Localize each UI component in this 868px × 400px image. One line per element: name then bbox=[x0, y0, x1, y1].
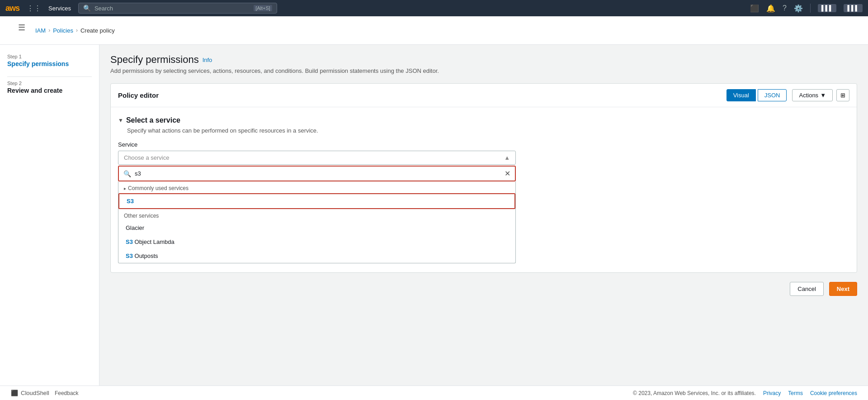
policy-editor-title: Policy editor bbox=[118, 91, 159, 99]
json-button[interactable]: JSON bbox=[758, 89, 787, 101]
service-item-s3-object-lambda[interactable]: S3 Object Lambda bbox=[118, 235, 515, 249]
help-icon[interactable]: ? bbox=[783, 4, 787, 12]
service-dropdown-container: Choose a service ▲ 🔍 ✕ bbox=[118, 151, 516, 263]
user-account[interactable]: ▌▌▌ bbox=[818, 4, 837, 12]
actions-button[interactable]: Actions ▼ bbox=[792, 89, 833, 101]
search-clear-icon[interactable]: ✕ bbox=[505, 169, 510, 178]
nav-divider bbox=[810, 4, 811, 13]
steps-panel: Step 1 Specify permissions Step 2 Review… bbox=[0, 45, 99, 386]
step-1-label: Step 1 bbox=[7, 54, 92, 59]
service-search-icon: 🔍 bbox=[123, 170, 131, 177]
chevron-down-icon: ▼ bbox=[820, 92, 826, 99]
service-dropdown-trigger[interactable]: Choose a service ▲ bbox=[118, 151, 516, 165]
service-search-box: 🔍 ✕ bbox=[118, 166, 516, 181]
step-1: Step 1 Specify permissions bbox=[7, 54, 92, 67]
section-header: ▼ Select a service bbox=[118, 116, 849, 124]
breadcrumb-sep2: › bbox=[76, 27, 78, 33]
service-item-glacier[interactable]: Glacier bbox=[118, 221, 515, 235]
nav-right: ⬛ 🔔 ? ⚙️ ▌▌▌ ▌▌▌ bbox=[750, 4, 863, 13]
s3-prefix-2: S3 bbox=[126, 252, 133, 259]
grid-icon[interactable]: ⋮⋮ bbox=[27, 4, 41, 13]
search-icon: 🔍 bbox=[83, 5, 91, 12]
breadcrumb-current: Create policy bbox=[80, 27, 115, 34]
breadcrumb: ☰ IAM › Policies › Create policy bbox=[0, 16, 868, 45]
top-nav: aws ⋮⋮ Services 🔍 [Alt+S] ⬛ 🔔 ? ⚙️ ▌▌▌ ▌… bbox=[0, 0, 868, 16]
service-section: ▼ Select a service Specify what actions … bbox=[111, 107, 857, 272]
step-2-label: Step 2 bbox=[7, 81, 92, 86]
steps-divider bbox=[7, 76, 92, 77]
policy-editor-card: Policy editor Visual JSON Actions ▼ ⊞ bbox=[110, 83, 857, 273]
cloudshell-button[interactable]: ⬛ CloudShell bbox=[11, 390, 49, 396]
cancel-button[interactable]: Cancel bbox=[790, 282, 823, 296]
terminal-icon[interactable]: ⬛ bbox=[750, 4, 759, 13]
terminal-footer-icon: ⬛ bbox=[11, 390, 18, 396]
search-input[interactable] bbox=[94, 5, 250, 12]
global-search[interactable]: 🔍 [Alt+S] bbox=[78, 3, 277, 14]
section-collapse-icon[interactable]: ▼ bbox=[118, 117, 123, 124]
object-lambda-label: Object Lambda bbox=[133, 238, 175, 245]
breadcrumb-policies[interactable]: Policies bbox=[53, 27, 73, 34]
layout-icon: ⊞ bbox=[840, 92, 845, 99]
service-selector-wrapper: 10 11 bbox=[118, 151, 849, 263]
service-dropdown-list: ▸ Commonly used services S3 Other servic… bbox=[118, 181, 516, 263]
bell-icon[interactable]: 🔔 bbox=[766, 4, 775, 13]
service-placeholder: Choose a service bbox=[124, 154, 169, 161]
category-other: Other services bbox=[118, 209, 515, 221]
page-title: Specify permissions Info bbox=[110, 54, 857, 66]
footer-right: © 2023, Amazon Web Services, Inc. or its… bbox=[633, 390, 857, 396]
main-panel: Specify permissions Info Add permissions… bbox=[99, 45, 868, 386]
next-button[interactable]: Next bbox=[829, 282, 857, 296]
info-link[interactable]: Info bbox=[203, 57, 212, 63]
service-search-input[interactable] bbox=[135, 170, 501, 177]
settings-icon[interactable]: ⚙️ bbox=[794, 4, 803, 13]
privacy-link[interactable]: Privacy bbox=[763, 390, 781, 396]
copyright-text: © 2023, Amazon Web Services, Inc. or its… bbox=[633, 390, 756, 396]
cookie-link[interactable]: Cookie preferences bbox=[810, 390, 857, 396]
s3-label: S3 bbox=[127, 198, 134, 205]
outposts-label: Outposts bbox=[133, 252, 158, 259]
search-shortcut: [Alt+S] bbox=[254, 5, 272, 11]
step-2-title: Review and create bbox=[7, 87, 92, 94]
category-commonly-used: ▸ Commonly used services bbox=[118, 181, 515, 193]
feedback-link[interactable]: Feedback bbox=[55, 390, 79, 396]
aws-logo[interactable]: aws bbox=[5, 4, 19, 13]
glacier-label: Glacier bbox=[126, 224, 144, 231]
dropdown-arrow-icon: ▲ bbox=[504, 154, 510, 161]
footer-left: ⬛ CloudShell Feedback bbox=[11, 390, 79, 396]
s3-prefix-1: S3 bbox=[126, 238, 133, 245]
footer: ⬛ CloudShell Feedback © 2023, Amazon Web… bbox=[0, 386, 868, 400]
section-title: Select a service bbox=[126, 116, 180, 124]
terms-link[interactable]: Terms bbox=[788, 390, 803, 396]
category-triangle-1: ▸ bbox=[124, 186, 126, 191]
aws-logo-text: aws bbox=[5, 4, 19, 13]
policy-editor-header: Policy editor Visual JSON Actions ▼ ⊞ bbox=[111, 84, 857, 107]
editor-controls: Visual JSON Actions ▼ ⊞ bbox=[726, 89, 849, 101]
services-label[interactable]: Services bbox=[48, 5, 71, 12]
layout-button[interactable]: ⊞ bbox=[836, 89, 849, 101]
breadcrumb-iam[interactable]: IAM bbox=[35, 27, 46, 34]
inline-actions: Cancel Next bbox=[110, 282, 857, 296]
step-1-title: Specify permissions bbox=[7, 60, 92, 67]
step-2: Step 2 Review and create bbox=[7, 81, 92, 94]
sidebar-toggle[interactable]: ☰ bbox=[11, 21, 33, 40]
service-item-s3[interactable]: S3 bbox=[118, 193, 515, 209]
page-description: Add permissions by selecting services, a… bbox=[110, 67, 857, 74]
section-description: Specify what actions can be performed on… bbox=[127, 127, 849, 134]
breadcrumb-sep1: › bbox=[48, 27, 50, 33]
region-selector[interactable]: ▌▌▌ bbox=[844, 4, 863, 12]
visual-button[interactable]: Visual bbox=[726, 89, 756, 101]
service-item-s3-outposts[interactable]: S3 Outposts bbox=[118, 249, 515, 263]
service-field-label: Service bbox=[118, 141, 849, 148]
